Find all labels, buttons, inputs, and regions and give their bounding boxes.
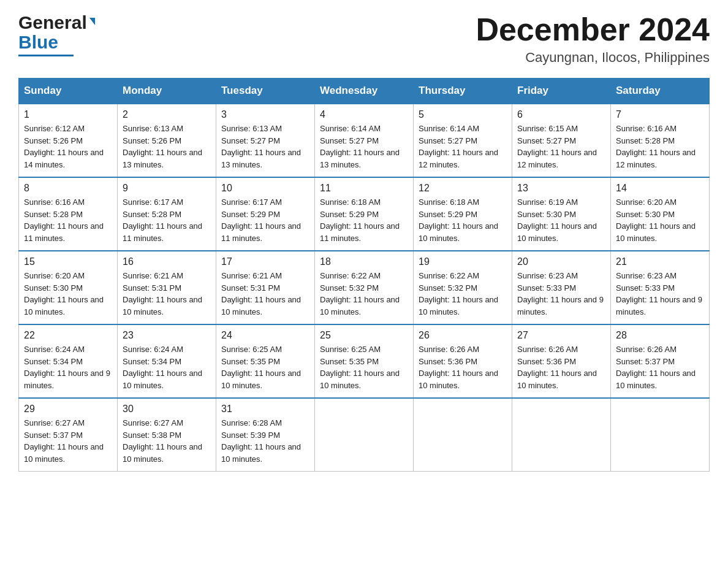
- calendar-cell: 16 Sunrise: 6:21 AM Sunset: 5:31 PM Dayl…: [118, 251, 216, 324]
- calendar-cell: 12 Sunrise: 6:18 AM Sunset: 5:29 PM Dayl…: [414, 177, 512, 251]
- day-number: 8: [24, 183, 112, 194]
- logo: General Blue: [18, 12, 95, 56]
- calendar-cell: 11 Sunrise: 6:18 AM Sunset: 5:29 PM Dayl…: [315, 177, 414, 251]
- day-info: Sunrise: 6:15 AM Sunset: 5:27 PM Dayligh…: [517, 123, 605, 170]
- calendar-table: Sunday Monday Tuesday Wednesday Thursday…: [18, 78, 710, 472]
- day-info: Sunrise: 6:28 AM Sunset: 5:39 PM Dayligh…: [221, 417, 309, 465]
- location: Cayungnan, Ilocos, Philippines: [476, 50, 710, 66]
- day-number: 4: [320, 109, 408, 120]
- day-info: Sunrise: 6:16 AM Sunset: 5:28 PM Dayligh…: [24, 196, 112, 244]
- day-number: 6: [517, 109, 605, 120]
- day-number: 1: [24, 109, 112, 120]
- calendar-cell: 6 Sunrise: 6:15 AM Sunset: 5:27 PM Dayli…: [512, 104, 611, 177]
- day-info: Sunrise: 6:24 AM Sunset: 5:34 PM Dayligh…: [24, 343, 112, 391]
- day-info: Sunrise: 6:13 AM Sunset: 5:27 PM Dayligh…: [221, 123, 309, 170]
- day-number: 17: [221, 256, 309, 267]
- day-info: Sunrise: 6:16 AM Sunset: 5:28 PM Dayligh…: [616, 123, 704, 170]
- col-friday: Friday: [512, 79, 611, 104]
- calendar-cell: 21 Sunrise: 6:23 AM Sunset: 5:33 PM Dayl…: [611, 251, 710, 324]
- day-number: 24: [221, 330, 309, 341]
- calendar-cell: 5 Sunrise: 6:14 AM Sunset: 5:27 PM Dayli…: [414, 104, 512, 177]
- col-saturday: Saturday: [611, 79, 710, 104]
- day-number: 29: [24, 404, 112, 415]
- calendar-cell: 29 Sunrise: 6:27 AM Sunset: 5:37 PM Dayl…: [19, 398, 118, 472]
- day-info: Sunrise: 6:26 AM Sunset: 5:36 PM Dayligh…: [419, 343, 507, 391]
- day-number: 31: [221, 404, 309, 415]
- day-info: Sunrise: 6:20 AM Sunset: 5:30 PM Dayligh…: [24, 270, 112, 318]
- day-info: Sunrise: 6:27 AM Sunset: 5:38 PM Dayligh…: [123, 417, 211, 465]
- calendar-cell: 19 Sunrise: 6:22 AM Sunset: 5:32 PM Dayl…: [414, 251, 512, 324]
- day-number: 9: [123, 183, 211, 194]
- calendar-cell: 3 Sunrise: 6:13 AM Sunset: 5:27 PM Dayli…: [216, 104, 315, 177]
- calendar-header: Sunday Monday Tuesday Wednesday Thursday…: [19, 79, 710, 104]
- page-header: General Blue December 2024 Cayungnan, Il…: [18, 12, 710, 66]
- day-info: Sunrise: 6:19 AM Sunset: 5:30 PM Dayligh…: [517, 196, 605, 244]
- day-info: Sunrise: 6:12 AM Sunset: 5:26 PM Dayligh…: [24, 123, 112, 170]
- day-number: 27: [517, 330, 605, 341]
- calendar-cell: [512, 398, 611, 472]
- day-number: 11: [320, 183, 408, 194]
- day-info: Sunrise: 6:18 AM Sunset: 5:29 PM Dayligh…: [320, 196, 408, 244]
- calendar-cell: 9 Sunrise: 6:17 AM Sunset: 5:28 PM Dayli…: [118, 177, 216, 251]
- day-number: 22: [24, 330, 112, 341]
- col-monday: Monday: [118, 79, 216, 104]
- calendar-cell: 30 Sunrise: 6:27 AM Sunset: 5:38 PM Dayl…: [118, 398, 216, 472]
- day-number: 14: [616, 183, 704, 194]
- day-number: 13: [517, 183, 605, 194]
- logo-triangle-icon: [89, 18, 95, 25]
- calendar-cell: 20 Sunrise: 6:23 AM Sunset: 5:33 PM Dayl…: [512, 251, 611, 324]
- day-info: Sunrise: 6:25 AM Sunset: 5:35 PM Dayligh…: [320, 343, 408, 391]
- calendar-body: 1 Sunrise: 6:12 AM Sunset: 5:26 PM Dayli…: [19, 104, 710, 472]
- day-info: Sunrise: 6:20 AM Sunset: 5:30 PM Dayligh…: [616, 196, 704, 244]
- logo-general-text: General: [18, 12, 87, 33]
- calendar-cell: [611, 398, 710, 472]
- title-section: December 2024 Cayungnan, Ilocos, Philipp…: [476, 12, 710, 66]
- day-info: Sunrise: 6:18 AM Sunset: 5:29 PM Dayligh…: [419, 196, 507, 244]
- day-info: Sunrise: 6:26 AM Sunset: 5:37 PM Dayligh…: [616, 343, 704, 391]
- calendar-cell: 27 Sunrise: 6:26 AM Sunset: 5:36 PM Dayl…: [512, 324, 611, 398]
- day-info: Sunrise: 6:22 AM Sunset: 5:32 PM Dayligh…: [320, 270, 408, 318]
- day-number: 25: [320, 330, 408, 341]
- calendar-cell: 1 Sunrise: 6:12 AM Sunset: 5:26 PM Dayli…: [19, 104, 118, 177]
- calendar-cell: 10 Sunrise: 6:17 AM Sunset: 5:29 PM Dayl…: [216, 177, 315, 251]
- col-wednesday: Wednesday: [315, 79, 414, 104]
- calendar-cell: 15 Sunrise: 6:20 AM Sunset: 5:30 PM Dayl…: [19, 251, 118, 324]
- day-info: Sunrise: 6:24 AM Sunset: 5:34 PM Dayligh…: [123, 343, 211, 391]
- day-info: Sunrise: 6:21 AM Sunset: 5:31 PM Dayligh…: [123, 270, 211, 318]
- day-info: Sunrise: 6:13 AM Sunset: 5:26 PM Dayligh…: [123, 123, 211, 170]
- week-row-1: 1 Sunrise: 6:12 AM Sunset: 5:26 PM Dayli…: [19, 104, 710, 177]
- calendar-cell: 8 Sunrise: 6:16 AM Sunset: 5:28 PM Dayli…: [19, 177, 118, 251]
- day-info: Sunrise: 6:14 AM Sunset: 5:27 PM Dayligh…: [419, 123, 507, 170]
- calendar-cell: 14 Sunrise: 6:20 AM Sunset: 5:30 PM Dayl…: [611, 177, 710, 251]
- calendar-cell: 23 Sunrise: 6:24 AM Sunset: 5:34 PM Dayl…: [118, 324, 216, 398]
- day-info: Sunrise: 6:27 AM Sunset: 5:37 PM Dayligh…: [24, 417, 112, 465]
- week-row-2: 8 Sunrise: 6:16 AM Sunset: 5:28 PM Dayli…: [19, 177, 710, 251]
- day-number: 2: [123, 109, 211, 120]
- calendar-cell: 31 Sunrise: 6:28 AM Sunset: 5:39 PM Dayl…: [216, 398, 315, 472]
- header-row: Sunday Monday Tuesday Wednesday Thursday…: [19, 79, 710, 104]
- day-number: 15: [24, 256, 112, 267]
- day-number: 5: [419, 109, 507, 120]
- calendar-cell: 2 Sunrise: 6:13 AM Sunset: 5:26 PM Dayli…: [118, 104, 216, 177]
- week-row-4: 22 Sunrise: 6:24 AM Sunset: 5:34 PM Dayl…: [19, 324, 710, 398]
- day-number: 28: [616, 330, 704, 341]
- day-info: Sunrise: 6:21 AM Sunset: 5:31 PM Dayligh…: [221, 270, 309, 318]
- month-title: December 2024: [476, 12, 710, 47]
- week-row-3: 15 Sunrise: 6:20 AM Sunset: 5:30 PM Dayl…: [19, 251, 710, 324]
- day-number: 26: [419, 330, 507, 341]
- day-number: 16: [123, 256, 211, 267]
- day-info: Sunrise: 6:14 AM Sunset: 5:27 PM Dayligh…: [320, 123, 408, 170]
- day-number: 20: [517, 256, 605, 267]
- day-info: Sunrise: 6:17 AM Sunset: 5:29 PM Dayligh…: [221, 196, 309, 244]
- day-info: Sunrise: 6:22 AM Sunset: 5:32 PM Dayligh…: [419, 270, 507, 318]
- day-number: 12: [419, 183, 507, 194]
- col-thursday: Thursday: [414, 79, 512, 104]
- col-sunday: Sunday: [19, 79, 118, 104]
- calendar-cell: 25 Sunrise: 6:25 AM Sunset: 5:35 PM Dayl…: [315, 324, 414, 398]
- day-info: Sunrise: 6:23 AM Sunset: 5:33 PM Dayligh…: [517, 270, 605, 318]
- calendar-cell: 28 Sunrise: 6:26 AM Sunset: 5:37 PM Dayl…: [611, 324, 710, 398]
- day-info: Sunrise: 6:23 AM Sunset: 5:33 PM Dayligh…: [616, 270, 704, 318]
- logo-underline: [18, 55, 74, 56]
- calendar-cell: 13 Sunrise: 6:19 AM Sunset: 5:30 PM Dayl…: [512, 177, 611, 251]
- day-number: 30: [123, 404, 211, 415]
